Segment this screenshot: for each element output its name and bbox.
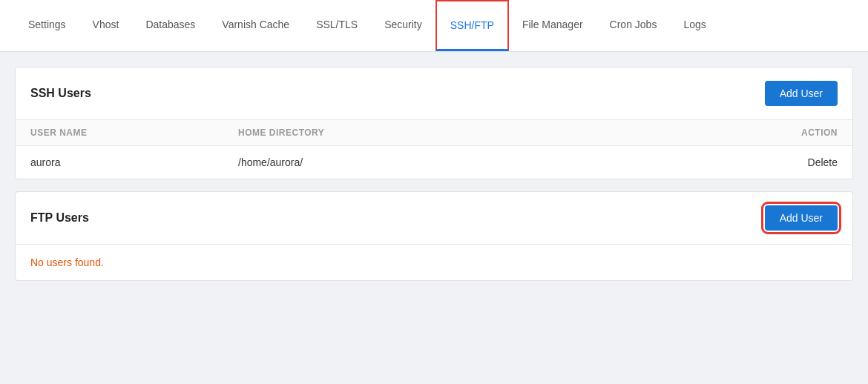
nav-item-logs[interactable]: Logs — [670, 0, 719, 51]
col-action: ACTION — [749, 128, 838, 138]
nav-item-databases[interactable]: Databases — [132, 0, 208, 51]
ftp-section-title: FTP Users — [30, 211, 89, 225]
ssh-table-header: USER NAME HOME DIRECTORY ACTION — [16, 120, 852, 146]
nav-item-varnish-cache[interactable]: Varnish Cache — [208, 0, 303, 51]
ssh-section-title: SSH Users — [30, 87, 91, 100]
nav-item-ssl-tls[interactable]: SSL/TLS — [303, 0, 371, 51]
ssh-users-card: SSH Users Add User USER NAME HOME DIRECT… — [15, 67, 853, 179]
col-home-dir: HOME DIRECTORY — [238, 128, 749, 138]
col-username: USER NAME — [30, 128, 238, 138]
nav-item-security[interactable]: Security — [371, 0, 435, 51]
ftp-card-header: FTP Users Add User — [16, 192, 852, 245]
table-row: aurora /home/aurora/ Delete — [16, 146, 852, 179]
ssh-card-header: SSH Users Add User — [16, 67, 852, 120]
nav-item-vhost[interactable]: Vhost — [79, 0, 133, 51]
ftp-users-card: FTP Users Add User No users found. — [15, 191, 853, 281]
ftp-add-user-button[interactable]: Add User — [765, 205, 838, 231]
nav-item-file-manager[interactable]: File Manager — [509, 0, 596, 51]
main-content: SSH Users Add User USER NAME HOME DIRECT… — [0, 52, 868, 308]
cell-username: aurora — [30, 156, 238, 168]
nav-item-settings[interactable]: Settings — [15, 0, 79, 51]
top-navigation: Settings Vhost Databases Varnish Cache S… — [0, 0, 868, 52]
cell-home-dir: /home/aurora/ — [238, 156, 749, 168]
ssh-add-user-button[interactable]: Add User — [765, 81, 838, 106]
nav-item-ssh-ftp[interactable]: SSH/FTP — [435, 0, 509, 51]
nav-item-cron-jobs[interactable]: Cron Jobs — [596, 0, 671, 51]
delete-user-button[interactable]: Delete — [749, 156, 838, 168]
no-users-message: No users found. — [16, 245, 852, 280]
